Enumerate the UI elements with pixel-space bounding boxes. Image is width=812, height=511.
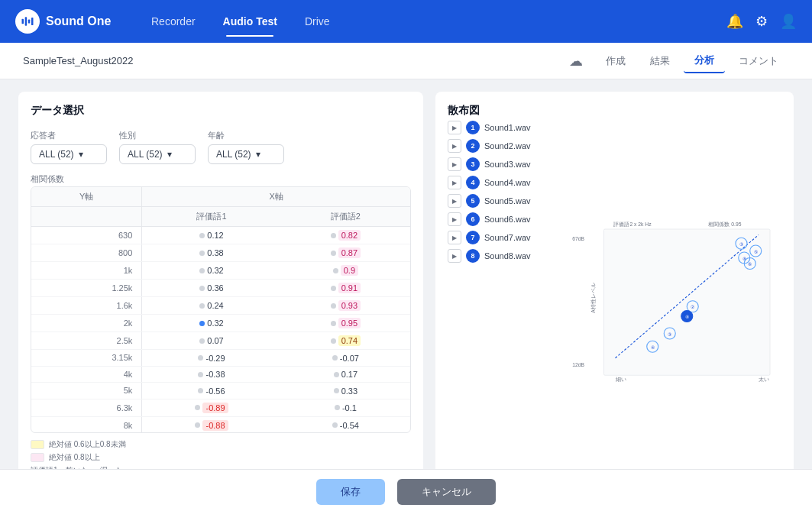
nav-icons: 🔔 ⚙ 👤 — [726, 13, 797, 30]
cell-eval1: 0.32 — [142, 315, 281, 332]
cell-eval1: 0.32 — [142, 262, 281, 280]
play-button[interactable]: ▶ — [448, 121, 461, 134]
sub-header: SampleTest_August2022 ☁ 作成 結果 分析 コメント — [0, 43, 812, 79]
sound-item[interactable]: ▶3Sound3.wav — [448, 157, 555, 171]
sound-number: 5 — [466, 194, 480, 208]
main-content: データ選択 応答者 ALL (52) ▾ 性別 ALL (52) ▾ — [0, 79, 812, 511]
svg-text:⑥: ⑥ — [748, 262, 752, 267]
bell-icon[interactable]: 🔔 — [726, 13, 743, 30]
cell-eval1: 0.24 — [142, 297, 281, 315]
tab-results[interactable]: 結果 — [639, 50, 681, 73]
cell-eval2: 0.95 — [281, 315, 410, 332]
nav-drive[interactable]: Drive — [293, 9, 342, 34]
save-button[interactable]: 保存 — [316, 479, 385, 505]
cell-eval2: -0.1 — [281, 399, 410, 416]
cell-y: 2.5k — [31, 332, 142, 350]
play-button[interactable]: ▶ — [448, 212, 461, 226]
tab-analysis[interactable]: 分析 — [684, 49, 725, 73]
cell-eval2: 0.87 — [281, 244, 410, 262]
sound-name: Sound3.wav — [484, 160, 531, 169]
svg-text:相関係数 0.95: 相関係数 0.95 — [708, 222, 741, 227]
sound-item[interactable]: ▶1Sound1.wav — [448, 121, 555, 134]
svg-text:細い: 細い — [615, 377, 626, 382]
correlation-table: 相関係数 Y軸 X軸 評価語1 — [31, 173, 411, 487]
sound-number: 7 — [466, 231, 480, 244]
sound-number: 6 — [466, 212, 480, 226]
nav-recorder[interactable]: Recorder — [139, 9, 208, 34]
cloud-icon[interactable]: ☁ — [569, 53, 583, 70]
sound-name: Sound1.wav — [484, 123, 531, 132]
sound-item[interactable]: ▶6Sound6.wav — [448, 212, 555, 226]
table-row: 1.6k0.240.93 — [31, 297, 410, 315]
table-row: 5k-0.560.33 — [31, 383, 410, 399]
svg-text:太い: 太い — [759, 377, 769, 382]
user-icon[interactable]: 👤 — [780, 13, 797, 30]
project-name: SampleTest_August2022 — [23, 55, 134, 66]
cell-y: 4k — [31, 366, 142, 383]
cell-eval1: -0.89 — [142, 399, 281, 416]
cell-y: 2k — [31, 315, 142, 332]
play-button[interactable]: ▶ — [448, 139, 461, 153]
table-row: 1.25k0.360.91 — [31, 280, 410, 297]
nav-audiotest[interactable]: Audio Test — [211, 9, 290, 34]
sound-item[interactable]: ▶8Sound8.wav — [448, 249, 555, 263]
respondent-value: ALL (52) — [39, 149, 74, 160]
tab-comments[interactable]: コメント — [728, 50, 789, 73]
sound-item[interactable]: ▶4Sound4.wav — [448, 176, 555, 189]
sound-item[interactable]: ▶7Sound7.wav — [448, 231, 555, 244]
right-panel-title: 散布図 — [448, 104, 781, 118]
left-panel-title: データ選択 — [31, 104, 411, 118]
cell-eval2: -0.54 — [281, 416, 410, 433]
chevron-down-icon: ▾ — [79, 149, 83, 160]
scatter-area: ▶1Sound1.wav▶2Sound2.wav▶3Sound3.wav▶4So… — [448, 121, 781, 487]
cell-eval1: -0.88 — [142, 416, 281, 433]
gender-select[interactable]: ALL (52) ▾ — [119, 144, 196, 164]
table-row: 8k-0.88-0.54 — [31, 416, 410, 433]
col-yaxis: Y軸 — [31, 187, 142, 207]
cell-eval2: -0.07 — [281, 350, 410, 367]
cell-y: 3.15k — [31, 350, 142, 367]
chevron-down-icon3: ▾ — [256, 149, 260, 160]
sound-number: 3 — [466, 157, 480, 171]
cell-eval2: 0.91 — [281, 280, 410, 297]
sound-list: ▶1Sound1.wav▶2Sound2.wav▶3Sound3.wav▶4So… — [448, 121, 555, 487]
gear-icon[interactable]: ⚙ — [755, 13, 768, 30]
play-button[interactable]: ▶ — [448, 157, 461, 171]
cancel-button[interactable]: キャンセル — [397, 479, 496, 505]
sound-number: 2 — [466, 139, 480, 153]
play-button[interactable]: ▶ — [448, 249, 461, 263]
sound-item[interactable]: ▶5Sound5.wav — [448, 194, 555, 208]
play-button[interactable]: ▶ — [448, 176, 461, 189]
cell-eval2: 0.93 — [281, 297, 410, 315]
sound-name: Sound4.wav — [484, 178, 531, 187]
sub-nav: 作成 結果 分析 コメント — [595, 49, 789, 73]
svg-text:A特性レベル: A特性レベル — [590, 283, 596, 313]
table-container[interactable]: Y軸 X軸 評価語1 評価語2 — [31, 186, 411, 433]
col-eval1: 評価語1 — [142, 207, 281, 227]
scatter-plot: 評価語2 x 2k Hz 相関係数 0.95 67dB 12dB A特性レベル … — [564, 121, 781, 487]
cell-y: 1.6k — [31, 297, 142, 315]
cell-eval1: 0.12 — [142, 227, 281, 244]
table-row: 6.3k-0.89-0.1 — [31, 399, 410, 416]
cell-eval2: 0.82 — [281, 227, 410, 244]
play-button[interactable]: ▶ — [448, 231, 461, 244]
brand: Sound One — [15, 9, 115, 34]
table-row: 3.15k-0.29-0.07 — [31, 350, 410, 367]
play-button[interactable]: ▶ — [448, 194, 461, 208]
legend-yellow-text: 絶対値 0.6以上0.8未満 — [49, 439, 126, 450]
chevron-down-icon2: ▾ — [167, 149, 172, 160]
svg-text:②: ② — [691, 305, 694, 309]
sound-number: 8 — [466, 249, 480, 263]
svg-text:⑤: ⑤ — [754, 250, 758, 254]
age-select[interactable]: ALL (52) ▾ — [208, 144, 284, 164]
col-yaxis-sub — [31, 207, 142, 227]
tab-create[interactable]: 作成 — [595, 50, 636, 73]
svg-text:③: ③ — [668, 332, 671, 337]
svg-rect-0 — [22, 19, 24, 24]
cell-eval1: -0.29 — [142, 350, 281, 367]
cell-y: 8k — [31, 416, 142, 433]
sound-item[interactable]: ▶2Sound2.wav — [448, 139, 555, 153]
cell-eval1: 0.38 — [142, 244, 281, 262]
respondent-select[interactable]: ALL (52) ▾ — [31, 144, 107, 164]
gender-label: 性別 — [119, 130, 196, 141]
